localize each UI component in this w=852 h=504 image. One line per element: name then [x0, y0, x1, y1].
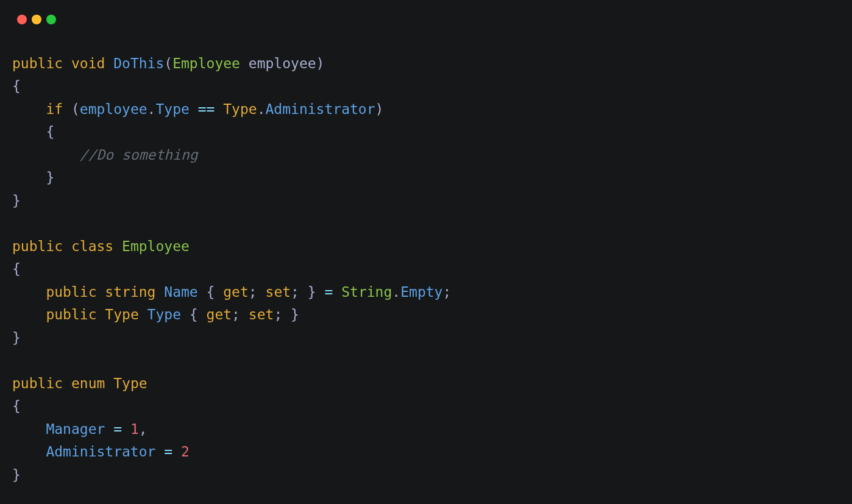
- brace-open: {: [46, 124, 54, 140]
- class-name: Employee: [122, 238, 190, 254]
- semicolon: ;: [442, 284, 451, 300]
- brace-open: {: [207, 284, 215, 300]
- brace-close: }: [46, 169, 54, 185]
- paren-close: ): [375, 101, 384, 117]
- close-icon[interactable]: [17, 15, 27, 24]
- keyword-void: void: [71, 55, 105, 71]
- brace-close: }: [308, 284, 316, 300]
- type-ref: String: [341, 284, 392, 300]
- method-name: DoThis: [113, 55, 164, 71]
- window-titlebar: [0, 0, 852, 24]
- enum-member: Manager: [46, 421, 105, 437]
- keyword-public: public: [12, 375, 63, 391]
- property-name: Type: [147, 307, 181, 322]
- keyword-if: if: [46, 101, 63, 117]
- brace-close: }: [12, 330, 21, 346]
- accessor-get: get: [223, 284, 249, 300]
- operator-eq: ==: [198, 101, 215, 117]
- keyword-public: public: [46, 307, 96, 322]
- code-editor[interactable]: public void DoThis(Employee employee) { …: [0, 24, 852, 499]
- dot: .: [392, 284, 400, 300]
- semicolon: ;: [249, 284, 257, 300]
- comment: //Do something: [80, 147, 198, 163]
- paren-open: (: [164, 55, 172, 71]
- number-literal: 1: [130, 421, 139, 437]
- keyword-class: class: [71, 238, 113, 254]
- accessor-set: set: [266, 284, 291, 300]
- comma: ,: [139, 421, 147, 437]
- param-name: employee: [249, 55, 316, 71]
- keyword-public: public: [12, 238, 63, 254]
- brace-open: {: [190, 307, 198, 322]
- paren-open: (: [71, 101, 80, 117]
- semicolon: ;: [232, 307, 240, 322]
- enum-name: Type: [113, 375, 147, 391]
- identifier: employee: [80, 101, 147, 117]
- keyword-public: public: [46, 284, 96, 300]
- param-type: Employee: [172, 55, 240, 71]
- type-ref: Type: [223, 101, 257, 117]
- accessor-set: set: [249, 307, 274, 322]
- brace-close: }: [291, 307, 299, 322]
- property: Type: [155, 101, 189, 117]
- semicolon: ;: [274, 307, 282, 322]
- brace-open: {: [12, 261, 21, 277]
- enum-member: Administrator: [46, 444, 155, 460]
- keyword-public: public: [12, 55, 63, 71]
- dot: .: [147, 101, 156, 117]
- operator-assign: =: [164, 444, 172, 460]
- minimize-icon[interactable]: [32, 15, 41, 24]
- keyword-enum: enum: [71, 375, 105, 391]
- keyword-string: string: [105, 284, 155, 300]
- accessor-get: get: [207, 307, 232, 322]
- dot: .: [257, 101, 266, 117]
- type-ref: Type: [105, 307, 138, 322]
- brace-open: {: [12, 398, 21, 414]
- member: Empty: [400, 284, 442, 300]
- semicolon: ;: [291, 284, 299, 300]
- brace-close: }: [12, 193, 21, 208]
- maximize-icon[interactable]: [46, 15, 56, 24]
- enum-member: Administrator: [266, 101, 375, 117]
- paren-close: ): [316, 55, 325, 71]
- property-name: Name: [164, 284, 197, 300]
- operator-assign: =: [113, 421, 122, 437]
- operator-assign: =: [325, 284, 333, 300]
- brace-open: {: [12, 78, 21, 94]
- brace-close: }: [12, 467, 21, 483]
- number-literal: 2: [181, 444, 190, 460]
